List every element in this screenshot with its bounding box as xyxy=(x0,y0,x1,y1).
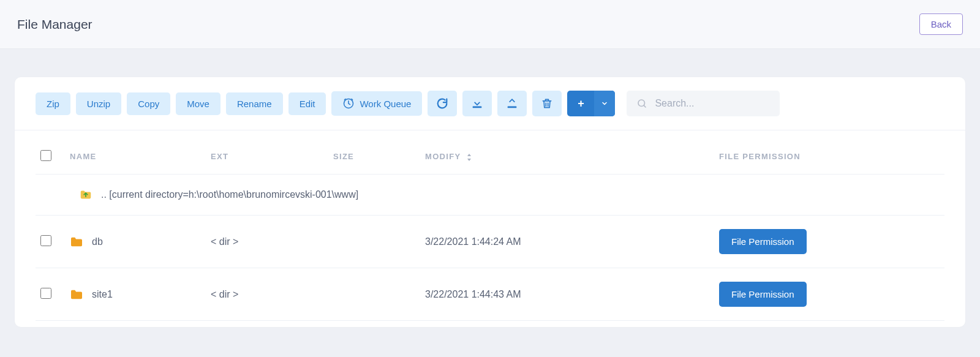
file-permission-button[interactable]: File Permission xyxy=(719,282,807,307)
rename-button[interactable]: Rename xyxy=(226,92,283,115)
svg-rect-1 xyxy=(473,107,482,108)
toolbar: Zip Unzip Copy Move Rename Edit Work Que… xyxy=(15,77,965,130)
column-header-name[interactable]: NAME xyxy=(65,130,206,175)
unzip-button[interactable]: Unzip xyxy=(76,92,121,115)
page-title: File Manager xyxy=(17,17,92,32)
search-icon xyxy=(636,98,647,109)
upload-button[interactable] xyxy=(497,91,527,116)
column-header-modify[interactable]: MODIFY xyxy=(420,130,714,175)
refresh-button[interactable] xyxy=(428,91,457,116)
search-wrap xyxy=(627,91,780,116)
upload-icon xyxy=(505,97,519,110)
folder-up-icon xyxy=(79,188,92,201)
row-checkbox[interactable] xyxy=(40,235,51,246)
file-name[interactable]: site1 xyxy=(92,289,113,300)
file-manager-card: Zip Unzip Copy Move Rename Edit Work Que… xyxy=(15,77,965,327)
copy-button[interactable]: Copy xyxy=(127,92,170,115)
trash-icon xyxy=(541,97,553,110)
svg-rect-2 xyxy=(508,107,517,108)
delete-button[interactable] xyxy=(532,91,562,116)
plus-icon: + xyxy=(567,91,594,116)
file-size xyxy=(328,268,420,321)
file-ext: < dir > xyxy=(206,268,328,321)
edit-button[interactable]: Edit xyxy=(288,92,326,115)
file-size xyxy=(328,216,420,268)
column-header-permission[interactable]: FILE PERMISSION xyxy=(714,130,944,175)
select-all-checkbox[interactable] xyxy=(40,150,51,161)
row-checkbox[interactable] xyxy=(40,288,51,299)
column-header-select xyxy=(36,130,65,175)
page-header: File Manager Back xyxy=(0,0,980,49)
add-button[interactable]: + xyxy=(567,91,615,116)
up-directory-label: .. [current directory=h:\root\home\bruno… xyxy=(101,189,358,200)
search-input[interactable] xyxy=(655,98,765,109)
folder-icon xyxy=(70,289,83,300)
file-table: NAME EXT SIZE MODIFY FILE PERMISSION xyxy=(36,130,944,321)
table-row: site1 < dir > 3/22/2021 1:44:43 AM File … xyxy=(36,268,944,321)
main-container: Zip Unzip Copy Move Rename Edit Work Que… xyxy=(0,49,980,342)
file-name[interactable]: db xyxy=(92,236,103,247)
refresh-icon xyxy=(435,97,449,110)
column-header-size[interactable]: SIZE xyxy=(328,130,420,175)
column-header-ext[interactable]: EXT xyxy=(206,130,328,175)
modify-header-label: MODIFY xyxy=(425,152,461,161)
file-ext: < dir > xyxy=(206,216,328,268)
file-modify: 3/22/2021 1:44:43 AM xyxy=(420,268,714,321)
zip-button[interactable]: Zip xyxy=(36,92,70,115)
file-permission-button[interactable]: File Permission xyxy=(719,229,807,254)
table-row: db < dir > 3/22/2021 1:44:24 AM File Per… xyxy=(36,216,944,268)
clock-icon xyxy=(342,97,355,110)
sort-icon xyxy=(466,152,472,161)
folder-icon xyxy=(70,236,83,247)
work-queue-label: Work Queue xyxy=(360,99,411,109)
back-button[interactable]: Back xyxy=(919,13,963,35)
file-modify: 3/22/2021 1:44:24 AM xyxy=(420,216,714,268)
work-queue-button[interactable]: Work Queue xyxy=(331,91,422,116)
download-button[interactable] xyxy=(462,91,492,116)
move-button[interactable]: Move xyxy=(176,92,221,115)
file-table-wrap: NAME EXT SIZE MODIFY FILE PERMISSION xyxy=(15,130,965,327)
download-icon xyxy=(470,97,484,110)
chevron-down-icon[interactable] xyxy=(594,91,615,116)
up-directory-row[interactable]: .. [current directory=h:\root\home\bruno… xyxy=(36,175,944,216)
